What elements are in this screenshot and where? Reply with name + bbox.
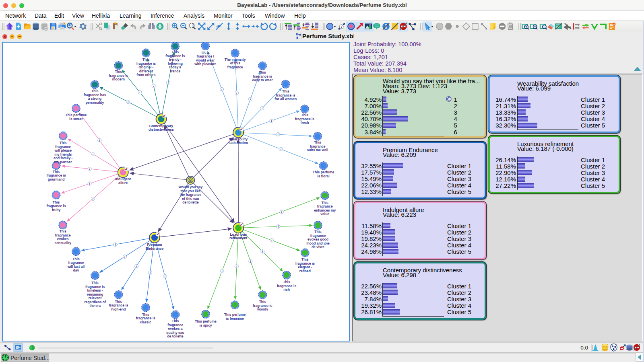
- svg-text:of this: of this: [230, 61, 240, 65]
- svg-text:value: value: [320, 212, 329, 216]
- svg-text:This: This: [282, 89, 289, 93]
- svg-text:is spicy: is spicy: [199, 323, 212, 327]
- svg-text:de toilette: de toilette: [182, 200, 198, 204]
- svg-text:fragrance: fragrance: [55, 233, 71, 237]
- svg-text:fragrance is: fragrance is: [276, 93, 295, 97]
- svg-text:fragrance is: fragrance is: [46, 173, 66, 177]
- svg-text:fragrance is: fragrance is: [136, 316, 155, 320]
- svg-text:This: This: [53, 170, 60, 174]
- svg-text:This: This: [91, 89, 99, 93]
- svg-text:This: This: [259, 70, 266, 74]
- svg-text:This: This: [172, 50, 179, 54]
- svg-text:This: This: [259, 300, 266, 304]
- svg-text:de toilette: de toilette: [167, 334, 183, 338]
- svg-text:woody: woody: [257, 307, 268, 311]
- svg-text:This: This: [314, 230, 322, 234]
- svg-text:suits me well: suits me well: [307, 148, 328, 152]
- svg-text:de vivre: de vivre: [312, 245, 324, 249]
- svg-text:This perfume: This perfume: [313, 170, 334, 174]
- svg-text:will please: will please: [54, 148, 72, 152]
- svg-text:This: This: [301, 257, 309, 261]
- svg-text:is floral: is floral: [317, 174, 329, 178]
- svg-text:fresh: fresh: [301, 121, 309, 125]
- svg-text:This: This: [91, 281, 99, 285]
- svg-text:fragrance is: fragrance is: [136, 62, 156, 66]
- svg-text:will last all: will last all: [67, 265, 85, 269]
- svg-text:enhances my: enhances my: [314, 208, 336, 212]
- svg-text:This: This: [142, 58, 150, 62]
- svg-text:allure: allure: [118, 181, 128, 185]
- svg-text:for all women: for all women: [275, 97, 297, 101]
- svg-text:personality: personality: [86, 101, 104, 105]
- svg-text:fragrance is: fragrance is: [295, 261, 315, 265]
- svg-text:0:0: 0:0: [580, 345, 588, 351]
- svg-text:trends: trends: [170, 69, 180, 73]
- svg-text:relevant: relevant: [89, 296, 102, 300]
- svg-text:fragrance: fragrance: [310, 144, 326, 148]
- svg-text:Indulgent: Indulgent: [115, 177, 131, 181]
- svg-text:refinement: refinement: [229, 236, 248, 240]
- svg-text:Premium: Premium: [147, 243, 162, 247]
- svg-text:fruity: fruity: [52, 208, 61, 212]
- svg-text:This: This: [60, 141, 67, 145]
- svg-text:is sweet: is sweet: [69, 117, 83, 121]
- svg-text:that you like: that you like: [181, 189, 201, 193]
- svg-text:and family -: and family -: [54, 156, 72, 160]
- svg-text:fragrance: fragrance: [227, 65, 243, 69]
- svg-text:high-end: high-end: [111, 307, 126, 311]
- svg-text:would wear: would wear: [196, 58, 215, 62]
- svg-text:This: This: [142, 313, 149, 317]
- svg-text:mood and joie: mood and joie: [306, 241, 330, 245]
- svg-text:Would you say: Would you say: [178, 185, 202, 189]
- svg-text:Perfume Study.xbl: Perfume Study.xbl: [302, 33, 354, 39]
- svg-text:fragrance is: fragrance is: [253, 74, 272, 78]
- svg-text:fragrance: fragrance: [55, 145, 71, 149]
- svg-text:my partner: my partner: [54, 160, 72, 164]
- svg-text:evokes: evokes: [57, 237, 69, 241]
- svg-text:easy to wear: easy to wear: [252, 78, 273, 82]
- svg-text:Original -: Original -: [138, 65, 153, 69]
- svg-text:This: This: [172, 319, 179, 323]
- svg-text:rich: rich: [283, 288, 290, 292]
- svg-text:fragrance is: fragrance is: [277, 284, 296, 288]
- svg-text:fragrance is: fragrance is: [109, 303, 128, 307]
- svg-text:satisfaction: satisfaction: [229, 141, 248, 145]
- svg-text:This perfume: This perfume: [65, 113, 87, 117]
- svg-text:modern: modern: [112, 77, 125, 81]
- svg-text:evokes a: evokes a: [168, 327, 183, 331]
- svg-text:following: following: [168, 62, 183, 66]
- svg-text:It’s a: It’s a: [202, 51, 209, 55]
- svg-text:different: different: [139, 69, 153, 73]
- svg-text:This: This: [59, 229, 66, 233]
- svg-text:elegant -: elegant -: [298, 265, 312, 269]
- svg-text:distinctiveness: distinctiveness: [149, 128, 174, 132]
- svg-text:Endurance: Endurance: [146, 247, 164, 251]
- svg-text:fragrance: fragrance: [167, 323, 183, 327]
- svg-text:with pleasure: with pleasure: [194, 62, 217, 66]
- svg-text:the fragrance: the fragrance: [180, 193, 201, 197]
- svg-text:my friends: my friends: [54, 152, 72, 156]
- svg-text:This perfume: This perfume: [224, 313, 246, 317]
- svg-text:This: This: [283, 280, 290, 284]
- svg-text:This: This: [53, 200, 60, 204]
- svg-text:fragrance is: fragrance is: [295, 117, 314, 121]
- svg-text:the era: the era: [89, 304, 101, 308]
- svg-text:Wearability: Wearability: [229, 137, 248, 141]
- svg-text:a strong: a strong: [88, 97, 102, 101]
- svg-text:fragrance: fragrance: [310, 234, 326, 238]
- svg-text:fragrance is: fragrance is: [165, 54, 185, 58]
- svg-text:remaining: remaining: [87, 292, 103, 296]
- svg-text:The intensity: The intensity: [225, 58, 246, 62]
- svg-text:is feminine: is feminine: [226, 317, 244, 321]
- svg-text:fragrance is: fragrance is: [253, 304, 272, 308]
- svg-text:sensuality: sensuality: [54, 241, 71, 245]
- svg-text:fragrance: fragrance: [68, 261, 84, 265]
- svg-text:trendy -: trendy -: [169, 58, 182, 62]
- svg-text:classic: classic: [140, 320, 152, 324]
- svg-text:evokes good: evokes good: [308, 237, 328, 241]
- svg-text:fragrance I: fragrance I: [197, 54, 214, 58]
- svg-text:gourmand: gourmand: [48, 177, 65, 181]
- svg-text:of this eau: of this eau: [182, 197, 199, 201]
- svg-text:fragrance is: fragrance is: [85, 285, 105, 289]
- svg-text:This: This: [321, 201, 328, 205]
